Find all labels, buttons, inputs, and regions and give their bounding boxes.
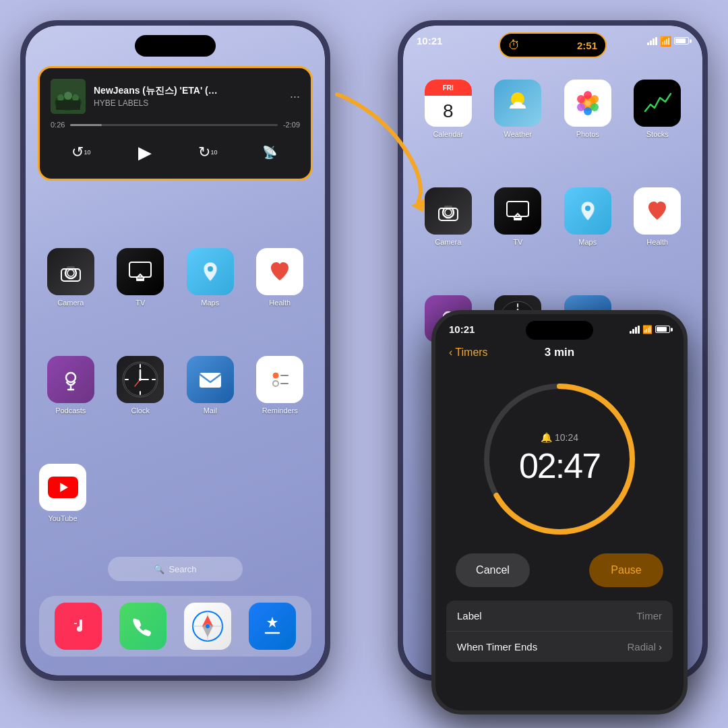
right-app-stocks[interactable]: Stocks [626, 80, 690, 138]
app-camera[interactable]: Camera [39, 248, 102, 307]
now-playing-card[interactable]: NewJeans (뉴진스) 'ETA' (… HYBE LABELS ··· … [38, 66, 313, 181]
label-setting-label: Label [457, 610, 482, 621]
maps-label: Maps [201, 299, 219, 307]
np-controls: ↺10 ▶ ↻10 📡 [51, 137, 300, 168]
timer-settings-panel: Label Timer When Timer Ends Radial › [446, 601, 673, 662]
label-setting-value: Timer [636, 610, 662, 621]
right-status-icons: 📶 [647, 36, 689, 47]
right-app-grid-row2: Camera TV Maps Health [417, 187, 689, 246]
app-podcasts[interactable]: Podcasts [39, 356, 102, 415]
np-rewind-button[interactable]: ↺10 [68, 139, 95, 166]
timers-back-label: Timers [455, 346, 487, 359]
np-play-button[interactable]: ▶ [129, 137, 160, 168]
svg-point-3 [64, 92, 72, 100]
search-bar[interactable]: 🔍 Search [108, 557, 243, 581]
right-app-calendar[interactable]: FRI 8 Calendar [417, 80, 480, 138]
svg-point-48 [585, 100, 590, 106]
app-health[interactable]: Health [249, 248, 312, 307]
svg-point-38 [206, 624, 210, 628]
wifi-icon: 📶 [660, 36, 671, 47]
ends-setting-label: When Timer Ends [457, 641, 537, 653]
stocks-label: Stocks [646, 130, 669, 138]
svg-point-46 [577, 103, 585, 111]
phone-left-screen: NewJeans (뉴진스) 'ETA' (… HYBE LABELS ··· … [26, 26, 325, 675]
app-clock[interactable]: Clock [109, 356, 173, 415]
np-progress-bar[interactable]: 0:26 -2:09 [51, 121, 300, 129]
right-maps-label: Maps [578, 238, 597, 246]
np-airplay-button[interactable]: 📡 [256, 139, 283, 166]
appstore-icon-img [249, 603, 296, 650]
dock-phone[interactable] [119, 603, 166, 650]
right-app-weather[interactable]: Weather [487, 80, 550, 138]
timer-pause-button[interactable]: Pause [589, 553, 663, 587]
search-icon: 🔍 [154, 564, 164, 574]
np-artist: HYBE LABELS [94, 98, 282, 108]
right-app-health[interactable]: Health [626, 187, 690, 246]
timer-cancel-button[interactable]: Cancel [456, 553, 530, 587]
search-label: Search [169, 564, 196, 574]
timer-signal-icon [630, 326, 640, 334]
weather-label: Weather [504, 130, 532, 138]
reminders-icon-img [256, 356, 303, 403]
timer-dynamic-island [526, 321, 593, 340]
mail-icon-img [187, 356, 234, 403]
right-camera-icon-img [425, 187, 472, 235]
calendar-label: Calendar [433, 130, 463, 138]
health-icon-img [256, 248, 303, 295]
timer-alarm-time: 🔔 10:24 [519, 432, 600, 443]
cancel-label: Cancel [476, 564, 510, 576]
timer-status-time: 10:21 [449, 324, 475, 335]
camera-icon-img [47, 248, 94, 295]
svg-point-43 [590, 95, 599, 103]
app-grid-row3: YouTube [39, 464, 311, 522]
app-mail[interactable]: Mail [179, 356, 242, 415]
right-health-label: Health [646, 238, 668, 246]
svg-rect-51 [439, 208, 458, 220]
svg-point-42 [584, 91, 592, 99]
app-reminders[interactable]: Reminders [249, 356, 312, 415]
dock-left [39, 596, 311, 657]
svg-point-2 [57, 94, 64, 101]
youtube-label: YouTube [48, 514, 77, 522]
app-maps[interactable]: Maps [179, 248, 242, 307]
np-more-button[interactable]: ··· [290, 90, 300, 104]
right-app-tv[interactable]: TV [487, 187, 550, 246]
clock-label: Clock [131, 406, 150, 415]
dynamic-island-left [135, 35, 216, 57]
chevron-left-icon: ‹ [449, 346, 452, 359]
right-app-photos[interactable]: Photos [556, 80, 619, 138]
svg-point-25 [139, 378, 142, 381]
phone-left: NewJeans (뉴진스) 'ETA' (… HYBE LABELS ··· … [20, 20, 330, 681]
timer-ends-row[interactable]: When Timer Ends Radial › [446, 632, 673, 662]
timer-back-button[interactable]: ‹ Timers [449, 346, 488, 359]
dock-music[interactable] [55, 603, 102, 650]
svg-point-9 [67, 270, 74, 276]
dock-appstore[interactable] [249, 603, 296, 650]
right-maps-icon-img [564, 187, 611, 235]
right-app-camera[interactable]: Camera [417, 187, 480, 246]
now-playing-thumbnail [51, 79, 86, 114]
svg-point-27 [273, 373, 278, 378]
weather-icon-img [494, 80, 541, 127]
tv-label: TV [135, 299, 145, 307]
app-tv[interactable]: TV [109, 248, 173, 307]
ends-setting-value: Radial › [627, 641, 662, 653]
tv-icon-img [117, 248, 164, 295]
np-progress-fill [70, 124, 101, 126]
right-app-maps[interactable]: Maps [556, 187, 619, 246]
dock-safari[interactable] [184, 603, 231, 650]
np-forward-button[interactable]: ↻10 [195, 139, 222, 166]
podcasts-icon-img [47, 356, 94, 403]
app-youtube[interactable]: YouTube [39, 464, 86, 522]
app-grid-row2: Podcasts [39, 356, 311, 415]
timer-countdown: 02:47 [519, 446, 600, 486]
timer-phone: 10:21 📶 ‹ Timers 3 min [431, 310, 688, 715]
calendar-icon-img: FRI 8 [425, 80, 472, 127]
right-health-icon-img [634, 187, 681, 235]
pause-label: Pause [611, 564, 641, 576]
right-camera-label: Camera [435, 238, 461, 246]
app-grid-row1: Camera TV Maps Health [39, 248, 311, 307]
timer-label-row[interactable]: Label Timer [446, 601, 673, 632]
np-progress-track[interactable] [70, 124, 278, 126]
timer-circle-container: 🔔 10:24 02:47 [479, 378, 640, 540]
